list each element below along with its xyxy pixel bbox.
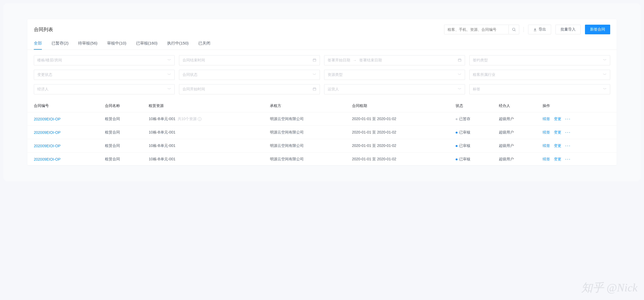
header-actions: 导出 批量导入 新签合同: [444, 25, 610, 34]
change-action[interactable]: 变更: [554, 117, 561, 121]
table-row: 202009EIOI-OP租赁合同10栋-B单元-001共10个资源i明源云空间…: [27, 112, 617, 126]
search-wrap: [444, 25, 519, 34]
table-container: 合同编号 合同名称 租赁资源 承租方 合同租期 状态 经办人 操作 202009…: [27, 100, 617, 165]
tab-item[interactable]: 待审核(56): [78, 38, 97, 50]
cell-resource: 10栋-B单元-001共10个资源i: [145, 112, 266, 126]
calendar-icon: [313, 58, 316, 63]
cell-resource: 10栋-B单元-001: [145, 126, 266, 139]
status-dot-icon: [456, 145, 458, 147]
svg-point-0: [513, 28, 515, 31]
filter-tag[interactable]: 标签 ﹀: [469, 84, 610, 94]
page-container: 合同列表 导出 批量导入 新签合同: [3, 3, 641, 181]
tabs: 全部已暂存(2)待审核(56)审核中(10)已审核(160)执行中(150)已关…: [27, 38, 617, 50]
status-dot-icon: [456, 118, 458, 120]
more-icon[interactable]: ···: [565, 129, 571, 135]
download-icon: [533, 28, 537, 31]
change-action[interactable]: 变更: [554, 143, 561, 148]
cell-ops: 续签变更···: [539, 126, 617, 139]
tab-item[interactable]: 已审核(160): [136, 38, 158, 50]
filter-label: 合同结束时间: [182, 58, 205, 63]
header-row: 合同列表 导出 批量导入 新签合同: [27, 19, 617, 38]
more-icon[interactable]: ···: [565, 156, 571, 162]
change-action[interactable]: 变更: [554, 157, 561, 162]
cell-handler: 超级用户: [496, 112, 539, 126]
filter-start-time[interactable]: 合同开始时间: [179, 84, 320, 94]
cell-tenant: 明源云空间有限公司: [267, 139, 349, 153]
tab-item[interactable]: 全部: [34, 38, 42, 50]
cell-tenant: 明源云空间有限公司: [267, 153, 349, 165]
status-dot-icon: [456, 158, 458, 160]
svg-rect-6: [458, 59, 461, 61]
filter-resource-type[interactable]: 资源类型 ﹀: [324, 70, 465, 80]
filter-label: 合同开始时间: [182, 87, 205, 92]
calendar-icon: [313, 87, 316, 92]
sign-end-label: 签署结束日期: [359, 58, 382, 63]
table-row: 202009EIOI-OP租赁合同10栋-B单元-001明源云空间有限公司202…: [27, 139, 617, 153]
export-button[interactable]: 导出: [528, 25, 551, 34]
more-icon[interactable]: ···: [565, 143, 571, 149]
renew-action[interactable]: 续签: [543, 143, 550, 148]
sign-start-label: 签署开始日期: [328, 58, 350, 63]
filter-label: 经济人: [37, 87, 49, 92]
cell-status: 已审核: [452, 139, 496, 153]
filter-label: 标签: [473, 87, 480, 92]
filter-label: 合同状态: [182, 72, 197, 77]
info-icon[interactable]: i: [198, 117, 202, 121]
filter-building[interactable]: 楼栋/楼层/房间 ﹀: [34, 55, 175, 65]
filter-change-status[interactable]: 变更状态 ﹀: [34, 70, 175, 80]
tab-item[interactable]: 已关闭: [198, 38, 210, 50]
contract-no-link[interactable]: 202009EIOI-OP: [34, 144, 61, 148]
renew-action[interactable]: 续签: [543, 130, 550, 135]
search-icon: [512, 27, 516, 32]
date-range: 签署开始日期 → 签署结束日期: [328, 58, 458, 63]
tab-item[interactable]: 审核中(10): [107, 38, 126, 50]
batch-import-button[interactable]: 批量导入: [555, 25, 581, 34]
col-contract-no: 合同编号: [27, 100, 102, 112]
filter-end-time[interactable]: 合同结束时间: [179, 55, 320, 65]
contract-no-link[interactable]: 202009EIOI-OP: [34, 130, 61, 135]
new-contract-button[interactable]: 新签合同: [585, 25, 610, 34]
renew-action[interactable]: 续签: [543, 157, 550, 162]
resource-extra: 共10个资源: [178, 117, 197, 121]
filter-sign-date-range[interactable]: 签署开始日期 → 签署结束日期: [324, 55, 465, 65]
svg-rect-10: [313, 88, 316, 90]
chevron-down-icon: ﹀: [313, 72, 316, 77]
chevron-down-icon: ﹀: [167, 87, 171, 92]
col-ops: 操作: [539, 100, 617, 112]
cell-contract-name: 租赁合同: [102, 139, 145, 153]
filter-tenant-industry[interactable]: 租客所属行业 ﹀: [469, 70, 610, 80]
filter-operator[interactable]: 运营人 ﹀: [324, 84, 465, 94]
contract-no-link[interactable]: 202009EIOI-OP: [34, 157, 61, 161]
table-header-row: 合同编号 合同名称 租赁资源 承租方 合同租期 状态 经办人 操作: [27, 100, 617, 112]
table-row: 202009EIOI-OP租赁合同10栋-B单元-001明源云空间有限公司202…: [27, 126, 617, 139]
filter-agent[interactable]: 经济人 ﹀: [34, 84, 175, 94]
search-button[interactable]: [508, 25, 519, 34]
filter-label: 楼栋/楼层/房间: [37, 58, 62, 63]
cell-contract-name: 租赁合同: [102, 112, 145, 126]
svg-line-1: [515, 30, 515, 31]
batch-import-label: 批量导入: [561, 27, 576, 32]
filter-sign-type[interactable]: 签约类型 ﹀: [469, 55, 610, 65]
divider: [524, 27, 524, 32]
tab-item[interactable]: 执行中(150): [167, 38, 189, 50]
chevron-down-icon: ﹀: [603, 87, 607, 92]
svg-rect-2: [313, 59, 316, 61]
cell-ops: 续签变更···: [539, 139, 617, 153]
cell-contract-name: 租赁合同: [102, 153, 145, 165]
more-icon[interactable]: ···: [565, 116, 571, 122]
cell-resource: 10栋-B单元-001: [145, 139, 266, 153]
cell-ops: 续签变更···: [539, 112, 617, 126]
col-contract-name: 合同名称: [102, 100, 145, 112]
tab-item[interactable]: 已暂存(2): [52, 38, 68, 50]
calendar-icon: [458, 58, 462, 63]
contract-no-link[interactable]: 202009EIOI-OP: [34, 117, 61, 121]
cell-status: 已审核: [452, 126, 496, 139]
search-input[interactable]: [444, 25, 508, 34]
filter-label: 资源类型: [328, 72, 343, 77]
filter-label: 变更状态: [37, 72, 52, 77]
renew-action[interactable]: 续签: [543, 117, 550, 121]
cell-ops: 续签变更···: [539, 153, 617, 165]
change-action[interactable]: 变更: [554, 130, 561, 135]
cell-tenant: 明源云空间有限公司: [267, 112, 349, 126]
filter-contract-status[interactable]: 合同状态 ﹀: [179, 70, 320, 80]
